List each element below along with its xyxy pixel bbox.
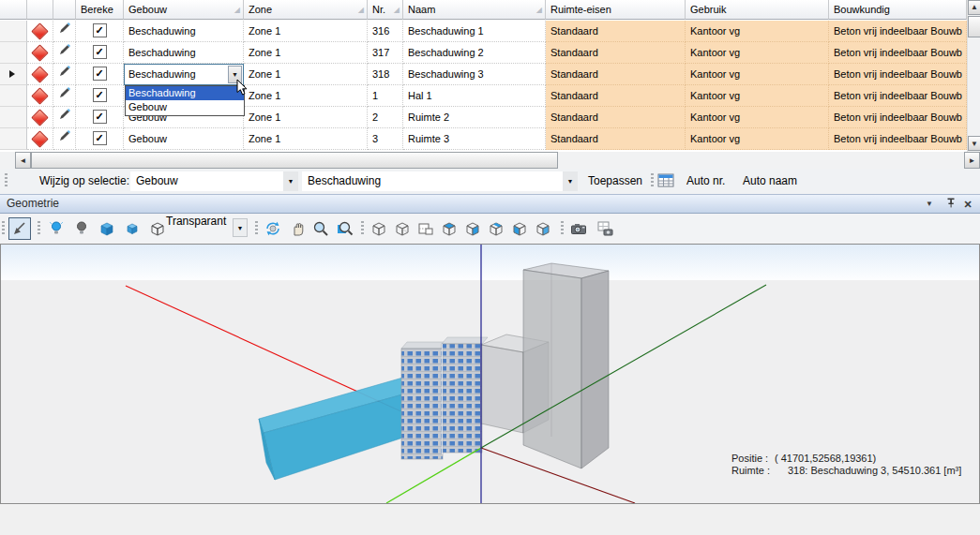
- header-ruimte-eisen[interactable]: Ruimte-eisen: [546, 0, 686, 20]
- view-cube-1-icon[interactable]: [368, 217, 390, 240]
- dropdown-item-gebouw[interactable]: Gebouw: [126, 100, 244, 114]
- panel-pin-icon[interactable]: [943, 197, 958, 212]
- cell-zone[interactable]: Zone 1: [244, 85, 368, 107]
- edit-pencil-icon[interactable]: [53, 21, 76, 42]
- cell-bouwkundig[interactable]: Beton vrij indeelbaar Bouwb: [829, 107, 967, 128]
- auto-naam-button[interactable]: Auto naam: [739, 169, 801, 194]
- cell-nr[interactable]: 2: [368, 107, 403, 128]
- edit-pencil-icon[interactable]: [53, 107, 76, 128]
- horizontal-scroll-thumb[interactable]: [31, 152, 558, 169]
- view-floorplan-icon[interactable]: [415, 217, 437, 240]
- cell-ruimte-eisen[interactable]: Standaard: [546, 107, 686, 128]
- row-indicator-cell[interactable]: [0, 107, 27, 128]
- cell-naam[interactable]: Beschaduwing 1: [403, 21, 546, 42]
- cell-naam[interactable]: Beschaduwing 2: [403, 42, 546, 64]
- cell-naam[interactable]: Hal 1: [403, 85, 546, 107]
- cell-gebruik[interactable]: Kantoor vg: [686, 42, 829, 64]
- cell-naam[interactable]: Beschaduwing 3: [403, 64, 546, 85]
- pan-hand-icon[interactable]: [287, 217, 309, 240]
- view-front-icon[interactable]: [532, 217, 554, 240]
- scroll-right-button[interactable]: ►: [964, 152, 980, 169]
- edit-pencil-icon[interactable]: [53, 85, 76, 107]
- selection-value-combo[interactable]: Beschaduwing: [302, 171, 563, 191]
- diamond-icon[interactable]: [27, 85, 53, 107]
- bereke-checkbox[interactable]: ✓: [76, 64, 124, 85]
- select-arrow-button[interactable]: [8, 217, 31, 240]
- scroll-up-button[interactable]: ▲: [968, 0, 980, 15]
- diamond-icon[interactable]: [27, 21, 53, 42]
- header-gebruik[interactable]: Gebruik: [686, 0, 829, 20]
- row-indicator-cell[interactable]: [0, 64, 27, 85]
- cell-gebruik[interactable]: Kantoor vg: [686, 21, 829, 42]
- scroll-left-button[interactable]: ◄: [15, 152, 31, 169]
- edit-pencil-icon[interactable]: [53, 42, 76, 64]
- floorplan-camera-icon[interactable]: [594, 217, 616, 240]
- bereke-checkbox[interactable]: ✓: [76, 85, 124, 107]
- view-right-icon[interactable]: [461, 217, 484, 240]
- shaded-view-icon[interactable]: [121, 217, 143, 240]
- view-left-icon[interactable]: [508, 217, 531, 240]
- cell-gebouw[interactable]: Beschaduwing: [124, 42, 244, 64]
- cell-naam[interactable]: Ruimte 3: [403, 128, 546, 150]
- header-nr[interactable]: Nr.◢: [368, 0, 403, 20]
- cell-gebouw[interactable]: Beschaduwing: [124, 21, 244, 42]
- header-zone[interactable]: Zone◢: [244, 0, 368, 20]
- cell-nr[interactable]: 3: [368, 128, 403, 150]
- cell-gebruik[interactable]: Kantoor vg: [686, 64, 829, 85]
- camera-snapshot-icon[interactable]: [567, 217, 590, 240]
- table-row[interactable]: ✓ Gebouw Zone 1 3 Ruimte 3 Standaard Kan…: [0, 128, 967, 150]
- diamond-icon[interactable]: [27, 128, 53, 150]
- cell-zone[interactable]: Zone 1: [244, 21, 368, 42]
- cell-ruimte-eisen[interactable]: Standaard: [546, 85, 686, 107]
- cell-bouwkundig[interactable]: Beton vrij indeelbaar Bouwb: [829, 21, 967, 42]
- cell-nr[interactable]: 318: [368, 64, 403, 85]
- cell-nr[interactable]: 317: [368, 42, 403, 64]
- solid-view-icon[interactable]: [96, 217, 118, 240]
- panel-collapse-chevron-icon[interactable]: ▼: [922, 197, 937, 212]
- edit-pencil-icon[interactable]: [53, 128, 76, 150]
- cell-zone[interactable]: Zone 1: [244, 128, 368, 150]
- bereke-checkbox[interactable]: ✓: [76, 128, 124, 150]
- cell-bouwkundig[interactable]: Beton vrij indeelbaar Bouwb: [829, 42, 967, 64]
- cell-gebouw[interactable]: Gebouw: [124, 128, 244, 150]
- light-on-icon[interactable]: [45, 217, 68, 240]
- view-cube-2-icon[interactable]: [391, 217, 414, 240]
- cell-zone[interactable]: Zone 1: [244, 42, 368, 64]
- cell-bouwkundig[interactable]: Beton vrij indeelbaar Bouwb: [829, 64, 967, 85]
- panel-close-icon[interactable]: ✕: [960, 197, 975, 212]
- selection-target-combo[interactable]: Gebouw: [130, 171, 283, 191]
- cell-ruimte-eisen[interactable]: Standaard: [546, 128, 686, 150]
- cell-ruimte-eisen[interactable]: Standaard: [546, 42, 686, 64]
- cell-zone[interactable]: Zone 1: [244, 64, 368, 85]
- zoom-extents-icon[interactable]: [334, 217, 356, 240]
- table-row[interactable]: ✓ Beschaduwing Zone 1 317 Beschaduwing 2…: [0, 42, 967, 64]
- row-indicator-cell[interactable]: [0, 21, 27, 42]
- cell-gebruik[interactable]: Kantoor vg: [686, 85, 829, 107]
- cell-naam[interactable]: Ruimte 2: [403, 107, 546, 128]
- header-naam[interactable]: Naam◢: [403, 0, 546, 20]
- row-indicator-cell[interactable]: [0, 42, 27, 64]
- cell-ruimte-eisen[interactable]: Standaard: [546, 21, 686, 42]
- bereke-checkbox[interactable]: ✓: [76, 42, 124, 64]
- header-bereke[interactable]: Bereke: [76, 0, 124, 20]
- row-indicator-cell[interactable]: [0, 128, 27, 150]
- toepassen-button[interactable]: Toepassen: [584, 169, 646, 194]
- scroll-down-button[interactable]: ▼: [968, 136, 980, 151]
- cell-nr[interactable]: 316: [368, 21, 403, 42]
- light-off-icon[interactable]: [70, 217, 93, 240]
- diamond-icon[interactable]: [27, 42, 53, 64]
- edit-pencil-icon[interactable]: [53, 64, 76, 85]
- render-mode-combo-arrow[interactable]: ▼: [233, 218, 248, 237]
- cell-zone[interactable]: Zone 1: [244, 107, 368, 128]
- cell-nr[interactable]: 1: [368, 85, 403, 107]
- header-gebouw[interactable]: Gebouw◢: [124, 0, 244, 20]
- table-horizontal-scrollbar[interactable]: ◄ ►: [0, 152, 980, 169]
- cell-ruimte-eisen[interactable]: Standaard: [546, 64, 686, 85]
- gebouw-combo-editor[interactable]: Beschaduwing ▼: [124, 64, 244, 85]
- cell-bouwkundig[interactable]: Beton vrij indeelbaar Bouwb: [829, 128, 967, 150]
- view-top-corner-icon[interactable]: [485, 217, 507, 240]
- cell-gebruik[interactable]: Kantoor vg: [686, 128, 829, 150]
- geometry-3d-viewport[interactable]: Positie :( 41701,52568,19361) Ruimte :31…: [0, 244, 980, 504]
- toolbar-grip[interactable]: [5, 173, 8, 188]
- dropdown-item-beschaduwing[interactable]: Beschaduwing: [126, 86, 244, 100]
